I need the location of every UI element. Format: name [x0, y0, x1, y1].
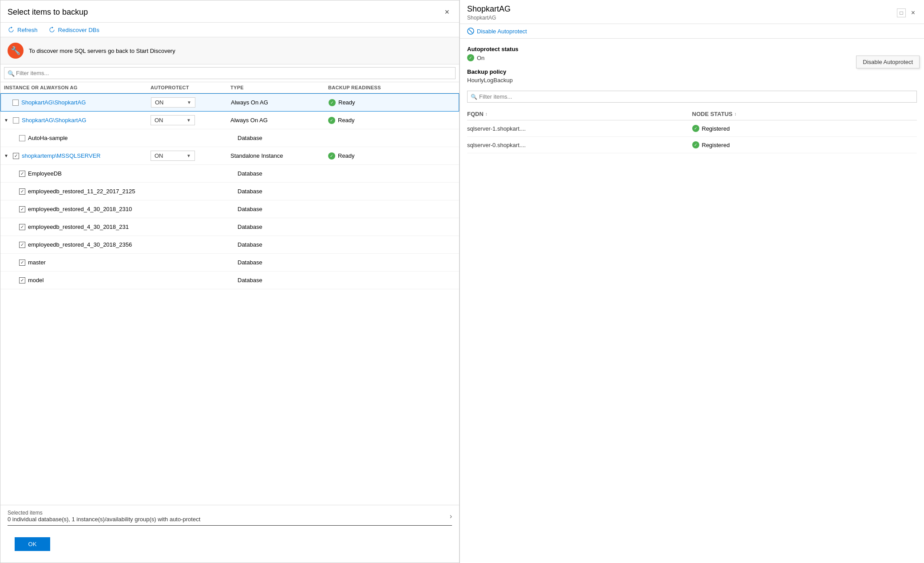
right-panel-header: ShopkartAG ShopkartAG □ × [460, 0, 924, 24]
row9-checkbox[interactable] [19, 242, 25, 248]
footer-arrow-icon[interactable]: › [450, 512, 452, 520]
tooltip-text: Disable Autoprotect [863, 59, 913, 65]
refresh-button[interactable]: Refresh [8, 26, 38, 33]
dropdown-chevron-icon: ▼ [186, 153, 191, 158]
autoprotect-section: Autoprotect status On [467, 46, 917, 61]
instance-cell: ShopkartAG\ShopkartAG [4, 99, 151, 106]
ready-icon [329, 99, 336, 106]
row2-checkbox[interactable] [13, 117, 19, 124]
fqdn-sort-icon[interactable]: ↕ [485, 112, 488, 116]
rediscover-icon [48, 26, 56, 33]
node-status-2: Registered [692, 141, 917, 148]
row10-checkbox[interactable] [19, 260, 25, 266]
right-header-icons: □ × [897, 8, 917, 18]
row5-type: Database [238, 170, 335, 177]
node-col-status: NODE STATUS ↕ [692, 111, 917, 117]
row8-checkbox[interactable] [19, 224, 25, 230]
rediscover-button[interactable]: Rediscover DBs [48, 26, 99, 33]
disable-autoprotect-label: Disable Autoprotect [477, 28, 527, 35]
row1-instance-link[interactable]: ShopkartAG\ShopkartAG [21, 99, 86, 106]
autoprotect-label: Autoprotect status [467, 46, 917, 52]
row2-autoprotect: ON ▼ [151, 115, 230, 125]
node-registered-icon [692, 125, 699, 132]
node-fqdn-1: sqlserver-1.shopkart.... [467, 125, 692, 132]
row4-type: Standalone Instance [230, 152, 328, 159]
table-header: INSTANCE OR ALWAYSON AG AUTOPROTECT TYPE… [0, 82, 459, 93]
panel-header: Select items to backup × [0, 0, 459, 23]
row4-instance-link[interactable]: shopkartemp\MSSQLSERVER [22, 152, 101, 159]
row11-instance-name: model [28, 277, 44, 283]
row4-checkbox[interactable] [13, 153, 19, 159]
row3-instance-name: AutoHa-sample [28, 135, 68, 141]
close-button[interactable]: × [442, 7, 452, 18]
collapse-icon[interactable]: ▼ [4, 153, 9, 159]
autoprotect-value: On [477, 55, 484, 61]
row4-readiness-text: Ready [338, 152, 355, 159]
row3-checkbox[interactable] [19, 135, 25, 141]
info-icon: 🔧 [8, 43, 24, 59]
filter-bar: 🔍 [0, 64, 459, 82]
maximize-button[interactable]: □ [897, 8, 905, 17]
instance-cell: employeedb_restored_4_30_2018_231 [11, 224, 158, 230]
right-panel: ShopkartAG ShopkartAG □ × Disable Autopr… [460, 0, 924, 563]
info-text: To discover more SQL servers go back to … [29, 48, 175, 54]
table-row: master Database [0, 254, 459, 272]
row5-checkbox[interactable] [19, 171, 25, 177]
node-row: sqlserver-1.shopkart.... Registered [467, 120, 917, 137]
row2-instance-link[interactable]: ShopkartAG\ShopkartAG [22, 117, 86, 124]
table-row: EmployeeDB Database [0, 165, 459, 183]
row10-type: Database [238, 259, 335, 266]
row2-type: Always On AG [230, 117, 328, 124]
col-header-readiness: BACKUP READINESS [328, 85, 439, 90]
table-body: ShopkartAG\ShopkartAG ON ▼ Always On AG … [0, 93, 459, 505]
row2-readiness: Ready [328, 117, 439, 124]
toolbar: Refresh Rediscover DBs [0, 23, 459, 37]
info-bar: 🔧 To discover more SQL servers go back t… [0, 37, 459, 64]
row7-checkbox[interactable] [19, 206, 25, 212]
row1-checkbox[interactable] [12, 100, 19, 106]
row1-autoprotect-dropdown[interactable]: ON ▼ [151, 97, 195, 108]
panel-title: Select items to backup [8, 8, 88, 17]
node-registered-icon [692, 141, 699, 148]
node-row: sqlserver-0.shopkart.... Registered [467, 137, 917, 153]
right-close-button[interactable]: × [909, 8, 917, 18]
footer-content: Selected items 0 individual database(s),… [8, 510, 200, 523]
row6-checkbox[interactable] [19, 188, 25, 195]
table-row: employeedb_restored_4_30_2018_2356 Datab… [0, 236, 459, 254]
row6-type: Database [238, 188, 335, 195]
instance-cell: employeedb_restored_4_30_2018_2310 [11, 206, 158, 212]
tooltip-box: Disable Autoprotect [856, 56, 920, 68]
filter-search-icon: 🔍 [8, 70, 15, 76]
collapse-icon[interactable]: ▼ [4, 118, 9, 123]
instance-cell: ▼ ShopkartAG\ShopkartAG [4, 117, 151, 124]
row11-checkbox[interactable] [19, 277, 25, 283]
row4-autoprotect-dropdown[interactable]: ON ▼ [151, 151, 195, 161]
row1-autoprotect-value: ON [155, 99, 164, 106]
footer-selected-desc: 0 individual database(s), 1 instance(s)/… [8, 516, 200, 523]
instance-cell: model [11, 277, 158, 283]
row1-readiness: Ready [329, 99, 440, 106]
row2-autoprotect-value: ON [155, 117, 163, 124]
rediscover-label: Rediscover DBs [58, 27, 99, 33]
row1-readiness-text: Ready [338, 99, 355, 106]
table-row: model Database [0, 272, 459, 289]
ready-icon [328, 117, 335, 124]
instance-cell: employeedb_restored_4_30_2018_2356 [11, 241, 158, 248]
disable-autoprotect-button[interactable]: Disable Autoprotect [467, 28, 527, 35]
right-toolbar: Disable Autoprotect [460, 24, 924, 39]
divider [8, 525, 452, 526]
col-header-instance: INSTANCE OR ALWAYSON AG [4, 85, 151, 90]
instance-cell: EmployeeDB [11, 170, 158, 177]
row8-type: Database [238, 224, 335, 230]
right-panel-title: ShopkartAG [467, 4, 511, 14]
status-sort-icon[interactable]: ↕ [734, 112, 737, 116]
instance-cell: master [11, 259, 158, 266]
right-filter-search-icon: 🔍 [471, 94, 477, 100]
instance-cell: AutoHa-sample [11, 135, 158, 141]
right-filter-input[interactable] [467, 91, 917, 103]
footer-selected: Selected items 0 individual database(s),… [8, 510, 452, 523]
row2-autoprotect-dropdown[interactable]: ON ▼ [151, 115, 195, 125]
instance-cell: ▼ shopkartemp\MSSQLSERVER [4, 152, 151, 159]
ok-button[interactable]: OK [15, 537, 50, 551]
filter-input[interactable] [4, 67, 456, 79]
